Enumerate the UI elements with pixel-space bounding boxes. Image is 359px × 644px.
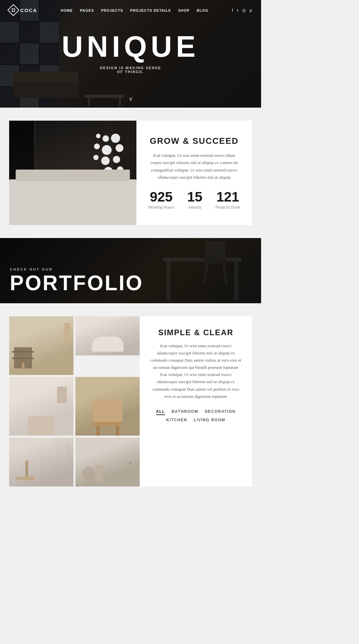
grid-image-4[interactable] (75, 377, 140, 436)
grow-bed-furniture (9, 179, 136, 225)
grow-content: GROW & SUCCEED Erat volutpat. Ut wisi en… (136, 121, 252, 225)
stat-number-awards: 15 (187, 190, 203, 204)
grow-image (9, 121, 136, 225)
stat-projects: 121 Projects Done (215, 190, 240, 210)
filter-bathroom[interactable]: BATHROOM (172, 409, 198, 415)
facebook-link[interactable]: f (232, 8, 233, 13)
portfolio-content: CHECK OUT OUR PORTFOLIO (10, 267, 143, 293)
grid-image-2[interactable] (75, 316, 140, 355)
stat-awards: 15 Awards (187, 190, 203, 210)
logo-icon (8, 4, 20, 16)
hero-subtitle: DESIGN IS MAKING SENSE OF THINGS. (62, 66, 199, 74)
brand-logo[interactable]: COCA (9, 6, 37, 14)
grid-image-1[interactable] (9, 316, 73, 375)
filter-decoration[interactable]: DECORATION (205, 409, 236, 415)
grid-image-6[interactable]: ✦ (75, 438, 140, 487)
stat-label-projects: Projects Done (215, 205, 240, 210)
portfolio-section: CHECK OUT OUR PORTFOLIO (0, 238, 261, 303)
stat-number-projects: 121 (215, 190, 240, 204)
simple-section: ✦ SIMPLE & CLEAR Erat volutpat. Ut wisi … (0, 303, 261, 500)
nav-links: HOME PAGES PROJECTS PROJECTS DETAILS SHO… (61, 7, 209, 13)
portfolio-title: PORTFOLIO (10, 273, 143, 293)
hero-title: UNIQUE (62, 32, 199, 61)
nav-projects-details[interactable]: PROJECTS DETAILS (130, 8, 171, 12)
filter-tabs: ALL BATHROOM DECORATION KITCHEN LIVING R… (150, 409, 242, 424)
filter-all[interactable]: ALL (156, 409, 165, 415)
simple-content: SIMPLE & CLEAR Erat volutpat. Ut wisi en… (140, 316, 252, 487)
grow-description: Erat volutpat. Ut wisi enim nostrud exer… (148, 152, 240, 181)
nav-shop[interactable]: SHOP (178, 8, 190, 12)
nav-blog[interactable]: BLOG (197, 8, 209, 12)
logo-icon-inner (12, 8, 15, 12)
brand-name: COCA (20, 7, 37, 13)
simple-description: Erat volutpat. Ut wisi enim nostrud exer… (150, 342, 242, 400)
filter-kitchen[interactable]: KITCHEN (166, 418, 187, 424)
stat-label-working-hours: Working Hours (148, 205, 174, 210)
portfolio-grid: ✦ (9, 316, 140, 487)
scroll-down-arrow[interactable]: ∨ (129, 95, 133, 102)
stats-row: 925 Working Hours 15 Awards 121 Projects… (148, 190, 240, 210)
nav-projects[interactable]: PROJECTS (101, 8, 123, 12)
social-links: f t ◎ p (232, 8, 252, 13)
filter-living-room[interactable]: LIVING ROOM (194, 418, 225, 424)
portfolio-eyebrow: CHECK OUT OUR (10, 267, 143, 271)
hero-section: COCA HOME PAGES PROJECTS PROJECTS DETAIL… (0, 0, 261, 108)
navbar: COCA HOME PAGES PROJECTS PROJECTS DETAIL… (0, 0, 261, 20)
twitter-link[interactable]: t (237, 8, 238, 13)
grid-image-3[interactable] (9, 377, 73, 436)
grid-image-5[interactable] (9, 438, 73, 487)
stat-number-working-hours: 925 (148, 190, 174, 204)
simple-title: SIMPLE & CLEAR (150, 328, 242, 337)
stat-working-hours: 925 Working Hours (148, 190, 174, 210)
stat-label-awards: Awards (187, 205, 203, 210)
pinterest-link[interactable]: p (250, 8, 252, 13)
nav-pages[interactable]: PAGES (80, 8, 94, 12)
instagram-link[interactable]: ◎ (242, 8, 246, 13)
grow-section: GROW & SUCCEED Erat volutpat. Ut wisi en… (0, 108, 261, 238)
nav-home[interactable]: HOME (61, 8, 73, 12)
hero-content: UNIQUE DESIGN IS MAKING SENSE OF THINGS. (62, 32, 199, 74)
grow-title: GROW & SUCCEED (148, 136, 240, 146)
